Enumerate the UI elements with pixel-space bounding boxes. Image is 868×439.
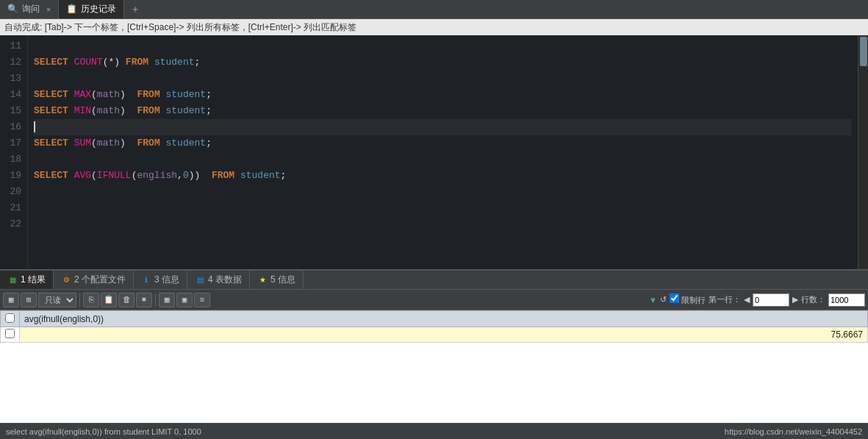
toolbar-table3-btn[interactable]: ≡ bbox=[194, 293, 210, 307]
result-tab-2-label: 2 个配置文件 bbox=[74, 274, 126, 286]
result-tab-5-label: 5 信息 bbox=[270, 274, 295, 286]
status-bar: select avg(ifnull(english,0)) from stude… bbox=[0, 423, 868, 439]
first-row-input[interactable]: 0 bbox=[753, 293, 789, 307]
code-line-16 bbox=[34, 119, 852, 135]
line-num-18: 18 bbox=[6, 151, 21, 168]
code-line-14: SELECT MAX(math) FROM student; bbox=[34, 87, 852, 103]
result-tab-4-label: 4 表数据 bbox=[208, 274, 242, 286]
result-area: avg(ifnull(english,0)) 75.6667 bbox=[0, 310, 868, 423]
tab-add-button[interactable]: ＋ bbox=[124, 0, 146, 18]
tab-query-label: 询问 bbox=[22, 3, 40, 15]
row-checkbox-cell bbox=[1, 327, 20, 343]
row-count-label: 行数： bbox=[801, 294, 825, 305]
code-line-22 bbox=[34, 216, 852, 232]
col-header-checkbox bbox=[1, 311, 20, 327]
result-table: avg(ifnull(english,0)) 75.6667 bbox=[0, 310, 868, 343]
result-tab-2-icon: ⚙ bbox=[61, 275, 71, 285]
toolbar-copy-btn[interactable]: ⎘ bbox=[83, 293, 99, 307]
tab-query[interactable]: 🔍 询问 ✕ bbox=[0, 0, 59, 18]
result-tab-4[interactable]: ▤ 4 表数据 bbox=[187, 271, 250, 289]
result-tab-1-label: 1 结果 bbox=[21, 274, 46, 286]
line-num-13: 13 bbox=[6, 71, 21, 87]
line-numbers: 11 12 13 14 15 16 17 18 19 20 21 22 bbox=[0, 35, 28, 269]
history-icon: 📋 bbox=[66, 4, 77, 15]
toolbar: ▦ ⊞ 只读 ⎘ 📋 🗑 ✖ ▦ ▣ ≡ ▼ ↺ 限制行 第一行： ◀ 0 ▶ … bbox=[0, 290, 868, 310]
filter-icon: ▼ bbox=[649, 296, 657, 304]
hint-bar: 自动完成: [Tab]-> 下一个标签，[Ctrl+Space]-> 列出所有标… bbox=[0, 19, 868, 35]
result-tab-bar: ▦ 1 结果 ⚙ 2 个配置文件 ℹ 3 信息 ▤ 4 表数据 ★ 5 信息 bbox=[0, 269, 868, 290]
code-line-13 bbox=[34, 71, 852, 87]
code-line-20 bbox=[34, 184, 852, 200]
code-line-15: SELECT MIN(math) FROM student; bbox=[34, 103, 852, 119]
result-tab-3[interactable]: ℹ 3 信息 bbox=[134, 271, 187, 289]
line-num-16: 16 bbox=[6, 119, 21, 135]
toolbar-delete-btn[interactable]: 🗑 bbox=[118, 293, 134, 307]
first-row-label: 第一行： bbox=[709, 294, 741, 305]
editor-scrollbar[interactable] bbox=[858, 35, 868, 269]
status-url: https://blog.csdn.net/weixin_44004452 bbox=[725, 427, 862, 436]
scrollbar-thumb[interactable] bbox=[860, 37, 867, 66]
line-num-17: 17 bbox=[6, 135, 21, 151]
editor-area: 11 12 13 14 15 16 17 18 19 20 21 22 SELE… bbox=[0, 35, 868, 269]
limit-row-checkbox[interactable] bbox=[670, 293, 679, 303]
line-num-20: 20 bbox=[6, 184, 21, 200]
hint-text: 自动完成: [Tab]-> 下一个标签，[Ctrl+Space]-> 列出所有标… bbox=[4, 21, 356, 34]
result-table-header-row: avg(ifnull(english,0)) bbox=[1, 311, 868, 327]
line-num-14: 14 bbox=[6, 87, 21, 103]
col-header-avg: avg(ifnull(english,0)) bbox=[20, 311, 868, 327]
tab-query-close[interactable]: ✕ bbox=[46, 5, 51, 14]
code-editor[interactable]: SELECT COUNT(*) FROM student; SELECT MAX… bbox=[28, 35, 858, 269]
next-btn[interactable]: ▶ bbox=[792, 295, 798, 304]
code-line-11 bbox=[34, 38, 852, 54]
code-line-17: SELECT SUM(math) FROM student; bbox=[34, 135, 852, 151]
status-query-text: select avg(ifnull(english,0)) from stude… bbox=[6, 427, 201, 436]
readonly-select[interactable]: 只读 bbox=[38, 293, 76, 307]
tab-bar: 🔍 询问 ✕ 📋 历史记录 ＋ bbox=[0, 0, 868, 19]
result-tab-5[interactable]: ★ 5 信息 bbox=[250, 271, 304, 289]
line-num-11: 11 bbox=[6, 38, 21, 54]
refresh-icon[interactable]: ↺ bbox=[660, 295, 667, 304]
query-icon: 🔍 bbox=[7, 4, 18, 15]
tab-history-label: 历史记录 bbox=[81, 3, 116, 15]
code-line-21 bbox=[34, 200, 852, 216]
result-tab-1-icon: ▦ bbox=[7, 275, 18, 285]
code-line-12: SELECT COUNT(*) FROM student; bbox=[34, 54, 852, 71]
toolbar-right: ▼ ↺ 限制行 第一行： ◀ 0 ▶ 行数： 1000 bbox=[649, 293, 865, 307]
toolbar-sep-1 bbox=[79, 293, 80, 307]
line-num-21: 21 bbox=[6, 200, 21, 216]
table-row: 75.6667 bbox=[1, 327, 868, 343]
toolbar-grid2-btn[interactable]: ⊞ bbox=[21, 293, 37, 307]
result-tab-3-label: 3 信息 bbox=[154, 274, 179, 286]
row-count-input[interactable]: 1000 bbox=[828, 293, 865, 307]
line-num-22: 22 bbox=[6, 216, 21, 232]
code-line-19: SELECT AVG(IFNULL(english,0)) FROM stude… bbox=[34, 168, 852, 184]
limit-row-text: 限制行 bbox=[681, 296, 706, 304]
line-num-12: 12 bbox=[6, 54, 21, 71]
code-line-18 bbox=[34, 151, 852, 168]
line-num-19: 19 bbox=[6, 168, 21, 184]
toolbar-sep-2 bbox=[155, 293, 156, 307]
toolbar-clear-btn[interactable]: ✖ bbox=[136, 293, 152, 307]
line-num-15: 15 bbox=[6, 103, 21, 119]
result-tab-2[interactable]: ⚙ 2 个配置文件 bbox=[54, 271, 134, 289]
result-tab-5-icon: ★ bbox=[257, 275, 268, 285]
limit-row-label: 限制行 bbox=[670, 293, 706, 306]
row-value-avg: 75.6667 bbox=[20, 327, 868, 343]
toolbar-paste-btn[interactable]: 📋 bbox=[101, 293, 117, 307]
result-tab-3-icon: ℹ bbox=[141, 275, 151, 285]
tab-history[interactable]: 📋 历史记录 bbox=[59, 0, 124, 18]
toolbar-table2-btn[interactable]: ▣ bbox=[176, 293, 193, 307]
header-checkbox[interactable] bbox=[5, 313, 15, 323]
toolbar-grid-btn[interactable]: ▦ bbox=[3, 293, 19, 307]
toolbar-table-btn[interactable]: ▦ bbox=[159, 293, 175, 307]
row-checkbox-1[interactable] bbox=[5, 329, 15, 338]
result-tab-4-icon: ▤ bbox=[195, 275, 205, 285]
result-tab-1[interactable]: ▦ 1 结果 bbox=[0, 271, 54, 289]
prev-btn[interactable]: ◀ bbox=[744, 295, 750, 304]
